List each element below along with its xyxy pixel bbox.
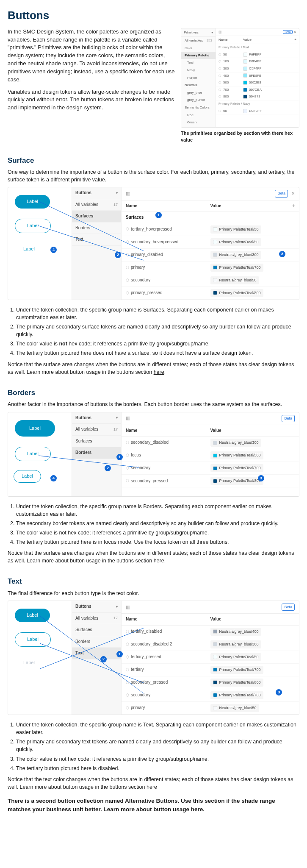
- closing-paragraph: There is a second button collection name…: [8, 797, 299, 813]
- sidebar-surfaces[interactable]: Surfaces: [72, 436, 121, 448]
- beta-badge: Beta: [282, 604, 295, 611]
- primitives-caption: The primitives organized by section with…: [181, 130, 299, 144]
- tertiary-button-focused[interactable]: Label: [15, 471, 40, 481]
- secondary-button-example[interactable]: Label: [15, 219, 51, 233]
- sidebar-all-variables[interactable]: All variables17: [72, 613, 121, 625]
- group-heading: Primary Palette / Teal: [216, 44, 299, 51]
- page-title: Buttons: [8, 8, 299, 24]
- primary-button-example[interactable]: Label: [15, 420, 55, 437]
- here-link[interactable]: here: [154, 558, 164, 564]
- tertiary-button-disabled: Label: [15, 657, 43, 669]
- col-name: Name: [126, 428, 210, 434]
- token-row[interactable]: secondary_disabledNeutrals/grey_blue/300: [122, 437, 299, 449]
- primitives-dropdown[interactable]: Primitives: [184, 30, 199, 35]
- surface-followup: Notice that the surface area changes whe…: [8, 361, 299, 376]
- token-row[interactable]: secondary_pressedPrimary Palette/Teal/80…: [122, 676, 299, 689]
- intro-paragraph-2: Variables and design tokens allow large-…: [8, 88, 175, 112]
- token-row[interactable]: secondary_disabled 2Neutrals/grey_blue/3…: [122, 638, 299, 651]
- plus-icon[interactable]: +: [294, 37, 296, 42]
- sidebar-item-navy[interactable]: Navy: [181, 67, 216, 74]
- plus-icon[interactable]: +: [292, 203, 295, 209]
- primitives-panel: Primitives▾ All variables153 Color Prima…: [181, 28, 299, 128]
- sidebar-item-green[interactable]: Green: [181, 119, 216, 126]
- token-row[interactable]: primaryPrimary Palette/Teal/700: [122, 262, 299, 274]
- text-followup: Notice that the text color changes when …: [8, 776, 299, 791]
- group-name: Surfaces: [126, 214, 144, 221]
- primitive-row[interactable]: 50000C2E8: [216, 79, 299, 86]
- secondary-button-example[interactable]: Label: [15, 632, 51, 647]
- sidebar-item-teal[interactable]: Teal: [181, 59, 216, 67]
- group-heading-navy: Primary Palette / Navy: [216, 100, 299, 108]
- primitive-row[interactable]: 100E0FAFF: [216, 58, 299, 65]
- sidebar-item-grey-blue[interactable]: grey_blue: [181, 89, 216, 97]
- close-icon[interactable]: ✕: [293, 30, 296, 34]
- collection-dropdown[interactable]: Buttons: [75, 415, 91, 421]
- token-row[interactable]: secondaryNeutrals/grey_blue/50: [122, 274, 299, 287]
- primitive-row[interactable]: 50F6FEFF: [216, 51, 299, 58]
- secondary-button-example[interactable]: Label: [15, 447, 51, 461]
- sidebar-all-variables[interactable]: All variables17: [72, 424, 121, 436]
- primary-button-example[interactable]: Label: [15, 195, 50, 209]
- close-icon[interactable]: ✕: [291, 191, 295, 197]
- primitive-row[interactable]: 800004878: [216, 93, 299, 100]
- token-row[interactable]: tertiary_disabledNeutrals/grey_blue/400: [122, 626, 299, 638]
- collection-dropdown[interactable]: Buttons: [75, 190, 91, 196]
- borders-panel: Label Label Label Buttons▾ All variables…: [8, 412, 299, 497]
- sidebar-item-neutrals[interactable]: Neutrals: [181, 81, 216, 89]
- primary-button-example[interactable]: Label: [15, 609, 50, 622]
- token-row[interactable]: secondary_hoverpressedPrimary Palette/Te…: [122, 236, 299, 249]
- callout-1: 1: [116, 454, 123, 460]
- sidebar-borders[interactable]: Borders: [72, 636, 121, 648]
- sidebar-surfaces[interactable]: Surfaces: [72, 211, 121, 223]
- sidebar-item-red[interactable]: Red: [181, 111, 216, 119]
- token-row[interactable]: secondaryPrimary Palette/Teal/700: [122, 462, 299, 475]
- sidebar-item-purple[interactable]: Purple: [181, 74, 216, 82]
- sidebar-item-semantic-colors[interactable]: Semantic Colors: [181, 104, 216, 111]
- here-link[interactable]: here: [154, 369, 164, 375]
- callout-3: 3: [258, 475, 264, 481]
- book-icon: ▥: [126, 415, 130, 422]
- primitive-row[interactable]: 50ECF3FF: [216, 108, 299, 115]
- text-heading: Text: [8, 576, 299, 587]
- token-row[interactable]: primaryNeutrals/grey_blue/50: [122, 702, 299, 715]
- token-row[interactable]: tertiary_pressedPrimary Palette/Teal/50: [122, 651, 299, 664]
- sidebar-all-variables[interactable]: All variables17: [72, 199, 121, 211]
- primitive-row[interactable]: 700007CBA: [216, 86, 299, 94]
- sidebar-borders[interactable]: Borders: [72, 447, 121, 459]
- book-icon: ▥: [218, 30, 222, 35]
- chevron-down-icon: ▾: [116, 191, 118, 196]
- tertiary-button-example[interactable]: Label: [15, 243, 43, 255]
- chevron-down-icon: ▾: [116, 415, 118, 420]
- book-icon: ▥: [126, 604, 130, 611]
- token-row[interactable]: secondary_pressedPrimary Palette/Teal/80…: [122, 475, 299, 487]
- sidebar-item-all-variables[interactable]: All variables153: [181, 37, 216, 45]
- token-row[interactable]: tertiaryPrimary Palette/Teal/700: [122, 664, 299, 676]
- token-row[interactable]: focusPrimary Palette/Teal/500: [122, 449, 299, 462]
- surface-heading: Surface: [8, 156, 299, 166]
- text-lead: The final difference for each button typ…: [8, 590, 299, 597]
- col-name: Name: [126, 203, 210, 209]
- sidebar-text[interactable]: Text: [72, 234, 121, 246]
- sidebar-text[interactable]: Text: [72, 648, 121, 659]
- sidebar-item-grey-purple[interactable]: grey_purple: [181, 96, 216, 104]
- chevron-down-icon: ▾: [116, 604, 118, 609]
- sidebar-surfaces[interactable]: Surfaces: [72, 624, 121, 636]
- beta-badge: Beta: [282, 415, 295, 422]
- token-row[interactable]: primary_pressedPrimary Palette/Teal/800: [122, 287, 299, 300]
- beta-badge: Beta: [275, 190, 288, 197]
- borders-followup: Notice that the surface area changes whe…: [8, 549, 299, 565]
- sidebar-item-yellow[interactable]: Yellow: [181, 126, 216, 128]
- surface-notes: Under the token collection, the specific…: [16, 306, 299, 357]
- token-row[interactable]: secondaryPrimary Palette/Teal/700: [122, 689, 299, 702]
- token-row[interactable]: primary_disabledNeutrals/grey_blue/300: [122, 249, 299, 262]
- col-value: Value: [210, 616, 295, 623]
- sidebar-item-primary-palette[interactable]: Primary Palette: [181, 52, 216, 59]
- token-row[interactable]: tertiary_hoverpressedPrimary Palette/Tea…: [122, 223, 299, 236]
- collection-dropdown[interactable]: Buttons: [75, 604, 91, 610]
- sidebar-borders[interactable]: Borders: [72, 223, 121, 234]
- primitive-row[interactable]: 4008FE8FB: [216, 72, 299, 80]
- col-value: Value: [210, 203, 293, 209]
- col-name: Name: [218, 37, 243, 42]
- book-icon: ▥: [126, 190, 130, 197]
- primitive-row[interactable]: 300C5F4FF: [216, 65, 299, 72]
